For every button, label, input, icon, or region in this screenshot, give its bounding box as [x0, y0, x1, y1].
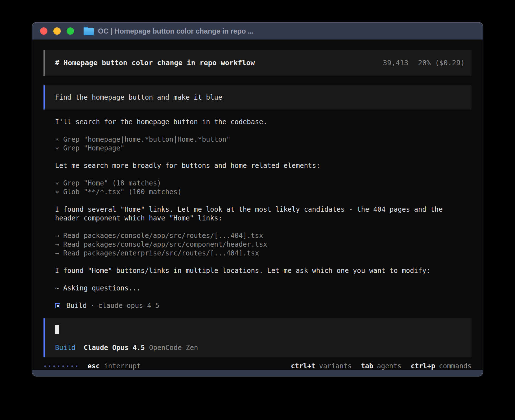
agent-name: Build	[66, 302, 87, 310]
prompt-input[interactable]: Build Claude Opus 4.5 OpenCode Zen	[43, 318, 472, 357]
assistant-paragraph: I found several "Home" links. Let me loo…	[55, 205, 453, 223]
user-message-text: Find the homepage button and make it blu…	[55, 93, 222, 101]
tool-call-grep: ∗ Grep "homepage|home.*button|Home.*butt…	[55, 135, 453, 144]
zoom-window-button[interactable]	[67, 27, 74, 35]
minimize-window-button[interactable]	[53, 27, 61, 35]
tool-call-group: ∗ Grep "homepage|home.*button|Home.*butt…	[55, 135, 453, 153]
assistant-response: I'll search for the homepage button in t…	[55, 118, 472, 301]
tool-call-glob: ∗ Glob "**/*.tsx" (100 matches)	[55, 188, 453, 196]
keybind-commands: ctrl+p commands	[411, 362, 472, 370]
tool-call-read: → Read packages/console/app/src/routes/[…	[55, 231, 453, 240]
input-model-label[interactable]: Claude Opus 4.5	[84, 344, 145, 352]
context-cost: 20% ($0.29)	[418, 59, 465, 67]
session-title: # Homepage button color change in repo w…	[55, 59, 255, 67]
terminal-window: OC | Homepage button color change in rep…	[32, 22, 483, 377]
tool-call-grep: ∗ Grep "Home" (18 matches)	[55, 179, 453, 188]
tool-call-read: → Read packages/console/app/src/componen…	[55, 240, 453, 249]
agent-model: claude-opus-4-5	[98, 302, 160, 310]
window-title: OC | Homepage button color change in rep…	[98, 27, 254, 35]
interrupt-label: interrupt	[104, 362, 141, 370]
working-spinner-dots	[44, 366, 77, 367]
agent-badge-icon	[55, 303, 60, 308]
session-stats: 39,413 20% ($0.29)	[383, 59, 465, 67]
keybind-agents: tab agents	[361, 362, 401, 370]
status-bar: esc interrupt ctrl+t variants tab agents…	[43, 362, 472, 370]
titlebar-title-group: OC | Homepage button color change in rep…	[84, 27, 254, 35]
input-footer: Build Claude Opus 4.5 OpenCode Zen	[55, 344, 461, 352]
token-count: 39,413	[383, 59, 408, 67]
keybind-variants: ctrl+t variants	[291, 362, 352, 370]
traffic-lights	[40, 27, 74, 35]
agent-separator: ·	[90, 302, 94, 310]
assistant-paragraph: I found "Home" buttons/links in multiple…	[55, 266, 453, 275]
session-header: # Homepage button color change in repo w…	[43, 50, 472, 76]
tool-call-group: → Read packages/console/app/src/routes/[…	[55, 231, 453, 258]
close-window-button[interactable]	[40, 27, 47, 35]
keybind-hints: ctrl+t variants tab agents ctrl+p comman…	[291, 362, 472, 370]
assistant-paragraph: Let me search more broadly for buttons a…	[55, 161, 453, 170]
window-titlebar[interactable]: OC | Homepage button color change in rep…	[32, 23, 483, 40]
tool-call-grep: ∗ Grep "Homepage"	[55, 144, 453, 153]
user-message: Find the homepage button and make it blu…	[43, 85, 472, 110]
terminal-content: # Homepage button color change in repo w…	[32, 40, 483, 370]
window-bottom-edge	[32, 370, 483, 377]
assistant-status-line: ~ Asking questions...	[55, 284, 453, 293]
assistant-paragraph: I'll search for the homepage button in t…	[55, 118, 453, 126]
tool-call-group: ∗ Grep "Home" (18 matches) ∗ Glob "**/*.…	[55, 179, 453, 196]
input-provider-label: OpenCode Zen	[149, 344, 198, 352]
input-agent-label[interactable]: Build	[55, 344, 75, 352]
agent-status-row: Build · claude-opus-4-5	[55, 302, 472, 310]
interrupt-key: esc	[88, 362, 100, 370]
tool-call-read: → Read packages/enterprise/src/routes/[.…	[55, 249, 453, 258]
folder-icon	[84, 27, 94, 35]
text-cursor	[55, 325, 59, 334]
